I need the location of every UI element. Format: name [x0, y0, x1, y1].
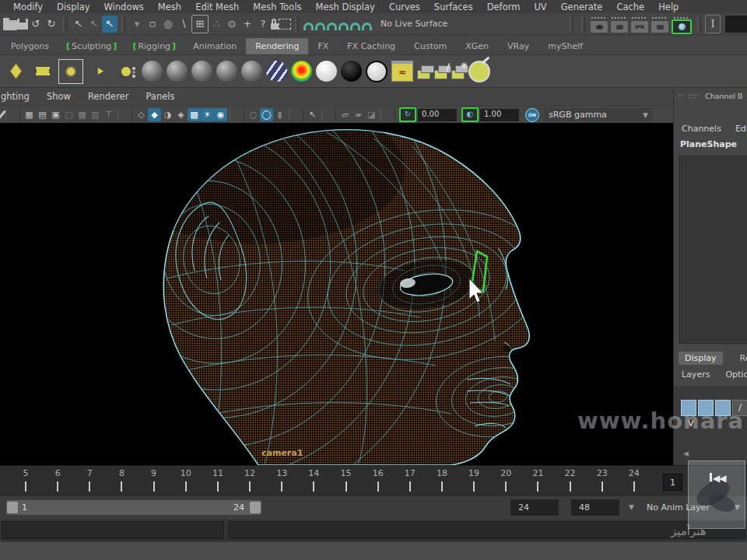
open-scene-icon[interactable]	[3, 20, 17, 30]
heatmap-shader-icon[interactable]	[291, 61, 312, 82]
menu-item[interactable]: Mesh Display	[309, 2, 382, 12]
menu-item[interactable]: Mesh Tools	[246, 2, 308, 12]
subtab-layers[interactable]: Layers	[682, 369, 710, 380]
chevron-down-icon[interactable]: ▼	[735, 503, 740, 511]
occlusion-icon[interactable]: ◉	[214, 108, 227, 121]
shelf-tab[interactable]: [Rigging]	[124, 38, 184, 54]
resolution-gate-icon[interactable]: ▣	[49, 108, 62, 121]
snap-to-view-plane-magnet-icon[interactable]	[350, 23, 360, 30]
panel-menu-item[interactable]: Panels	[137, 91, 183, 102]
shelf-tab[interactable]: [Sculpting]	[58, 38, 124, 54]
shelf-tab[interactable]: XGen	[456, 38, 498, 54]
menu-item[interactable]: Cache	[609, 2, 651, 12]
exposure-field[interactable]: 0.00	[418, 109, 457, 121]
layer-visibility-label[interactable]: V	[688, 418, 694, 429]
exposure-icon[interactable]: ↻	[399, 107, 416, 122]
menu-item[interactable]: Mesh	[151, 2, 188, 12]
ipr-render-icon[interactable]: IPR	[631, 21, 648, 33]
gamma-field[interactable]: 1.00	[480, 109, 519, 121]
shelf-tab[interactable]: myShelf	[538, 38, 592, 54]
object-select-icon[interactable]: ↖	[102, 16, 117, 33]
render-current-frame-icon[interactable]	[611, 21, 628, 33]
copy-layer-icon[interactable]: ▱	[338, 108, 352, 121]
menu-item[interactable]: UV	[527, 2, 553, 12]
render-settings-icon[interactable]	[651, 21, 668, 33]
shaded-icon[interactable]: ◆	[148, 108, 161, 121]
channel-list-area[interactable]	[679, 156, 747, 344]
shelf-tab[interactable]: Custom	[405, 38, 456, 54]
render-layers-icon[interactable]	[417, 70, 430, 79]
menu-item[interactable]: Help	[651, 2, 686, 12]
chevron-down-icon[interactable]: ▼	[629, 503, 634, 511]
snap-plus-icon[interactable]: +	[240, 16, 255, 33]
field-chart-icon[interactable]: ▩	[75, 108, 89, 121]
surface-shader-icon[interactable]	[316, 61, 337, 82]
range-start-handle[interactable]	[7, 502, 18, 513]
select-tool-icon[interactable]: ↖	[71, 16, 86, 33]
channels-menu[interactable]: Channels	[682, 124, 721, 134]
plane-icon[interactable]: ▮	[273, 108, 286, 121]
safe-title-icon[interactable]: T	[102, 108, 115, 121]
shelf-tab[interactable]: VRay	[498, 38, 538, 54]
panel-menu-item[interactable]: ghting	[0, 91, 38, 102]
xray-icon[interactable]: ◌	[247, 108, 260, 121]
layer-cell-slash[interactable]: ∕	[732, 400, 747, 416]
menu-item[interactable]: Surfaces	[427, 2, 480, 12]
snap-to-grid-magnet-icon[interactable]	[303, 23, 314, 30]
use-background-icon[interactable]	[366, 61, 388, 82]
hypershade-icon[interactable]	[391, 61, 413, 82]
layer-row[interactable]: ∕	[681, 400, 747, 416]
help-icon[interactable]: ?	[255, 16, 271, 33]
view-transform-dropdown[interactable]: sRGB gamma ▼	[544, 108, 653, 121]
snap-to-point-magnet-icon[interactable]	[327, 23, 337, 30]
snap-to-curve-magnet-icon[interactable]	[315, 23, 325, 30]
panel-menu-item[interactable]: Renderer	[79, 91, 138, 102]
black-shader-icon[interactable]	[341, 61, 362, 82]
range-slider[interactable]: 1 24	[6, 500, 261, 515]
isolate-select-icon[interactable]: ◯	[260, 108, 273, 121]
standard-surface-icon[interactable]	[142, 61, 163, 82]
line-tool-icon[interactable]: ∖	[176, 16, 191, 33]
split-view-icon[interactable]: ◪	[365, 108, 378, 121]
gate-mask-icon[interactable]: ▢	[62, 108, 75, 121]
layer-cell[interactable]	[715, 400, 731, 416]
area-light-icon[interactable]	[31, 60, 54, 83]
select-cursor-icon[interactable]: ↖	[306, 108, 319, 121]
panel-menu-item[interactable]: Show	[38, 91, 79, 102]
spot-light-icon[interactable]	[87, 60, 110, 83]
edit-menu[interactable]: Edi	[735, 124, 747, 134]
ramp-shader-icon[interactable]	[266, 61, 287, 82]
symmetry-icon[interactable]: ◎	[160, 16, 176, 33]
shadows-icon[interactable]: ▩	[188, 108, 201, 121]
menu-item[interactable]: Edit Mesh	[188, 2, 246, 12]
blinn-icon[interactable]	[216, 61, 237, 82]
shelf-tab[interactable]: Polygons	[2, 38, 58, 54]
snap-to-projected-center-magnet-icon[interactable]	[338, 23, 349, 30]
time-slider[interactable]: 56789101112131415161718192021222324 1	[0, 465, 747, 497]
layer-mute-icon[interactable]	[434, 70, 447, 79]
menu-item[interactable]: Deform	[480, 2, 528, 12]
dropdown-icon[interactable]: ▾	[129, 16, 145, 33]
menu-item[interactable]: Windows	[97, 2, 151, 12]
save-scene-icon[interactable]	[17, 19, 28, 30]
ambient-light-icon[interactable]	[4, 60, 27, 83]
color-management-toggle[interactable]: ON	[525, 108, 539, 122]
soft-select-icon[interactable]: ▫	[145, 16, 160, 33]
lights-icon[interactable]: ☀	[201, 108, 214, 121]
command-input[interactable]	[2, 521, 224, 539]
paste-layer-icon[interactable]: ▰	[352, 108, 365, 121]
make-live-magnet-icon[interactable]	[362, 23, 372, 30]
grid-icon[interactable]: ▦	[23, 108, 36, 121]
menu-item[interactable]: Generate	[554, 2, 610, 12]
layer-cell[interactable]	[698, 400, 714, 416]
shelf-tab[interactable]: Rendering	[246, 38, 308, 54]
layer-visibility-icon[interactable]	[451, 70, 465, 79]
redo-icon[interactable]: ↻	[44, 16, 59, 33]
anim-layer-dropdown[interactable]: No Anim Layer	[647, 502, 710, 513]
film-gate-icon[interactable]: ▤	[36, 108, 49, 121]
subtab-options[interactable]: Optio	[725, 369, 747, 380]
shelf-tab[interactable]: FX Caching	[338, 38, 405, 54]
viewport-canvas[interactable]: camera1	[0, 123, 673, 465]
shelf-tab[interactable]: Animation	[184, 38, 246, 54]
animation-end-field[interactable]: 48	[571, 499, 619, 516]
